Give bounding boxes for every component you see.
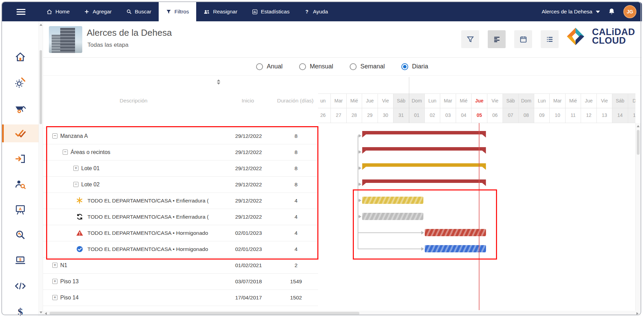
sidebar-item-billing[interactable]: $ bbox=[2, 252, 39, 270]
sidebar-item-assign[interactable] bbox=[2, 150, 39, 168]
nav-item-search[interactable]: Buscar bbox=[119, 2, 159, 21]
expand-toggle[interactable]: + bbox=[52, 295, 57, 300]
row-label: TODO EL DEPARTAMENTO/CASA • Enfierradura… bbox=[87, 193, 222, 209]
table-row[interactable]: +N101/02/20212 bbox=[43, 257, 318, 274]
calendar-view-button[interactable] bbox=[514, 30, 532, 48]
dependency-arrow-icon bbox=[359, 199, 361, 202]
list-view-button[interactable] bbox=[541, 30, 559, 48]
sidebar-item-home[interactable] bbox=[2, 48, 39, 66]
rows-view-button[interactable] bbox=[488, 30, 506, 48]
table-row[interactable]: TODO EL DEPARTAMENTO/CASA • Hormigonado0… bbox=[43, 241, 318, 257]
top-navbar: HomeAgregarBuscarFiltrosReasignarEstadís… bbox=[2, 2, 642, 21]
view-mode-label: Anual bbox=[267, 63, 283, 70]
project-selector[interactable]: Alerces de la Dehesa bbox=[542, 9, 600, 15]
row-label: TODO EL DEPARTAMENTO/CASA • Hormigonado bbox=[87, 241, 222, 257]
notifications-button[interactable] bbox=[608, 8, 616, 16]
gantt-task-bar[interactable] bbox=[425, 229, 486, 236]
scrollbar-thumb[interactable] bbox=[637, 130, 640, 155]
gantt-summary-bar[interactable] bbox=[362, 179, 486, 186]
done-status-icon bbox=[76, 245, 83, 253]
user-avatar[interactable]: JG bbox=[623, 5, 636, 18]
row-duration: 4 bbox=[268, 225, 324, 241]
scroll-right-icon[interactable] bbox=[636, 312, 638, 315]
table-row[interactable]: +Piso 1303/07/20181549 bbox=[43, 274, 318, 290]
sidebar-item-inspect[interactable] bbox=[2, 226, 39, 244]
task-table: −Manzana A29/12/20228−Áreas o recintos29… bbox=[43, 128, 318, 306]
sidebar-item-works[interactable] bbox=[2, 99, 39, 117]
dependency-line bbox=[358, 136, 358, 249]
sort-up-icon bbox=[217, 79, 220, 81]
menu-icon[interactable] bbox=[17, 9, 25, 15]
gantt-task-bar[interactable] bbox=[362, 197, 423, 204]
scrollbar-thumb[interactable] bbox=[40, 50, 42, 124]
nav-item-plus[interactable]: Agregar bbox=[77, 2, 119, 21]
scroll-up-icon[interactable] bbox=[40, 24, 42, 26]
sidebar-item-code[interactable] bbox=[2, 277, 39, 295]
sidebar-scrollbar[interactable] bbox=[39, 21, 43, 316]
table-row[interactable]: −Manzana A29/12/20228 bbox=[43, 128, 318, 144]
horizontal-scrollbar[interactable] bbox=[43, 311, 641, 316]
gantt-task-bar[interactable] bbox=[362, 213, 423, 220]
expand-toggle[interactable]: + bbox=[52, 263, 57, 268]
table-row[interactable]: −Áreas o recintos29/12/20228 bbox=[43, 144, 318, 161]
table-row[interactable]: TODO EL DEPARTAMENTO/CASA • Enfierradura… bbox=[43, 193, 318, 209]
dependency-line bbox=[358, 232, 422, 233]
sidebar-item-settings[interactable] bbox=[2, 74, 39, 91]
row-label: Piso 13 bbox=[60, 274, 78, 289]
timeline-day-names: unMarMiéJueVieSábDomLunMarMiéJueVieSábDo… bbox=[318, 94, 635, 108]
expand-toggle[interactable]: + bbox=[52, 279, 57, 284]
sidebar-item-tasks[interactable] bbox=[2, 124, 39, 142]
nav-item-label: Estadísticas bbox=[261, 9, 290, 15]
view-mode-anual[interactable]: Anual bbox=[256, 63, 283, 70]
scroll-down-icon[interactable] bbox=[40, 311, 42, 314]
row-duration: 1502 bbox=[268, 290, 324, 306]
scrollbar-thumb[interactable] bbox=[50, 312, 359, 315]
day-name-cell: Do bbox=[628, 94, 635, 108]
sidebar-item-user-search[interactable] bbox=[2, 175, 39, 193]
nav-item-people[interactable]: Reasignar bbox=[196, 2, 245, 21]
view-mode-diaria[interactable]: Diaria bbox=[401, 63, 428, 70]
table-row[interactable]: −Lote 0229/12/20228 bbox=[43, 177, 318, 193]
list-icon bbox=[546, 35, 554, 43]
day-number-cell: 08 bbox=[518, 108, 534, 123]
scroll-left-icon[interactable] bbox=[45, 312, 47, 315]
expand-toggle[interactable]: − bbox=[63, 150, 68, 155]
nav-item-home[interactable]: Home bbox=[39, 2, 77, 21]
refresh-status-icon bbox=[76, 213, 83, 220]
day-number-cell: 04 bbox=[456, 108, 471, 123]
gantt-summary-bar[interactable] bbox=[362, 131, 486, 138]
vertical-scrollbar[interactable] bbox=[635, 123, 641, 311]
row-duration: 8 bbox=[268, 128, 324, 144]
view-mode-mensual[interactable]: Mensual bbox=[299, 63, 333, 70]
gantt-summary-bar[interactable] bbox=[362, 163, 486, 170]
scroll-up-icon[interactable] bbox=[637, 125, 640, 127]
nav-item-filter[interactable]: Filtros bbox=[159, 2, 196, 21]
row-label: Lote 02 bbox=[81, 177, 99, 193]
table-row[interactable]: TODO EL DEPARTAMENTO/CASA • Enfierradura… bbox=[43, 209, 318, 225]
people-icon bbox=[203, 9, 210, 15]
table-row[interactable]: TODO EL DEPARTAMENTO/CASA • Hormigonado0… bbox=[43, 225, 318, 241]
gantt-task-bar[interactable] bbox=[425, 245, 486, 252]
sort-toggle[interactable] bbox=[217, 79, 220, 85]
help-icon: ? bbox=[304, 9, 310, 15]
view-mode-selector: AnualMensualSemanalDiaria bbox=[43, 58, 642, 76]
works-icon bbox=[14, 102, 26, 114]
gantt-summary-bar[interactable] bbox=[362, 147, 486, 154]
nav-item-stats[interactable]: Estadísticas bbox=[245, 2, 297, 21]
sidebar-item-payments[interactable]: $ bbox=[2, 303, 39, 316]
table-row[interactable]: +Lote 0129/12/20228 bbox=[43, 161, 318, 177]
table-row[interactable]: +Piso 1417/04/20171502 bbox=[43, 290, 318, 306]
code-icon bbox=[14, 280, 26, 292]
nav-item-help[interactable]: ?Ayuda bbox=[297, 2, 335, 21]
row-start-date: 29/12/2022 bbox=[221, 161, 276, 176]
view-mode-semanal[interactable]: Semanal bbox=[350, 63, 385, 70]
expand-toggle[interactable]: − bbox=[73, 182, 78, 187]
day-number-cell: 13 bbox=[597, 108, 612, 123]
day-name-cell: Mié bbox=[565, 94, 581, 108]
expand-toggle[interactable]: − bbox=[52, 133, 57, 139]
row-start-date: 29/12/2022 bbox=[221, 128, 276, 144]
filter-view-button[interactable] bbox=[461, 30, 479, 48]
sidebar-item-board[interactable]: A bbox=[2, 201, 39, 219]
row-duration: 8 bbox=[268, 161, 324, 176]
expand-toggle[interactable]: + bbox=[73, 166, 78, 171]
